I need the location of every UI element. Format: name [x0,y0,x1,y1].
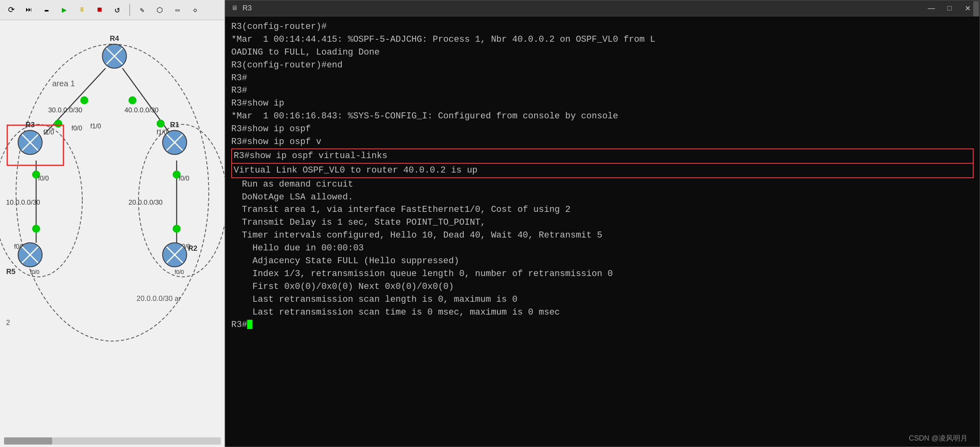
svg-text:R5: R5 [6,268,15,276]
terminal-line-15: Timer intervals configured, Hello 10, De… [231,229,974,242]
terminal-line-1: R3(config-router)# [231,20,974,33]
terminal-line-20: Last retransmission scan length is 0, ma… [231,293,974,306]
f10-r4-label: f1/0 [90,123,101,130]
f00-r4-label: f0/0 [71,125,82,132]
toolbar-divider-1 [129,4,130,16]
svg-point-9 [54,120,62,128]
svg-rect-40 [4,437,52,445]
terminal-body[interactable]: R3(config-router)# *Mar 1 00:14:44.415: … [225,16,980,447]
terminal-icon: 🖥 [231,4,239,12]
net-30-label: 30.0.0.0/30 [48,106,82,114]
toolbar-icon-terminal[interactable]: ▬ [39,3,54,17]
cursor-block: █ [247,320,253,330]
close-button[interactable]: ✕ [962,4,974,13]
terminal-line-6: R3# [231,84,974,97]
svg-text:R4: R4 [110,35,119,43]
terminal-line-3: OADING to FULL, Loading Done [231,46,974,59]
terminal-line-4: R3(config-router)#end [231,59,974,72]
svg-text:R1: R1 [170,121,179,129]
left-panel: ⟳ ⏭ ▬ ▶ ⏸ ⏹ ↺ ✎ ⬡ ▭ ◇ area 1 [0,0,225,447]
f00-r1-label: f0/0 [179,175,189,182]
terminal-line-14: Transmit Delay is 1 sec, State POINT_TO_… [231,216,974,229]
terminal-titlebar: 🖥 R3 — □ ✕ [225,0,980,16]
terminal-line-17: Adjacency State FULL (Hello suppressed) [231,255,974,268]
terminal-line-5: R3# [231,72,974,85]
toolbar-icon-stop[interactable]: ⏹ [92,3,107,17]
svg-text:R3: R3 [25,121,35,129]
svg-text:f0/0: f0/0 [30,269,40,275]
f10-r3-label: f1/0 [43,129,54,136]
watermark: CSDN @凌风明月 [909,433,968,443]
terminal-title: R3 [242,4,925,12]
toolbar-icon-diamond[interactable]: ◇ [188,3,202,17]
toolbar-icon-rotate[interactable]: ⟳ [4,3,18,17]
terminal-line-21: Last retransmission scan time is 0 msec,… [231,306,974,319]
toolbar-icon-rect[interactable]: ▭ [170,3,185,17]
svg-rect-0 [0,20,225,447]
f00-r3-label: f0/0 [38,175,49,182]
terminal-line-8: *Mar 1 00:16:16.843: %SYS-5-CONFIG_I: Co… [231,110,974,123]
window-controls: — □ ✕ [925,4,974,13]
svg-point-13 [32,225,40,233]
terminal-line-9: R3#show ip ospf [231,123,974,136]
minimize-button[interactable]: — [925,4,937,12]
terminal-line-11: Run as demand circuit [231,178,974,191]
terminal-window: 🖥 R3 — □ ✕ R3(config-router)# *Mar 1 00:… [225,0,980,447]
svg-point-8 [80,96,88,104]
net-20-label: 20.0.0.0/30 [128,199,163,206]
terminal-line-7: R3#show ip [231,97,974,110]
topology-canvas: area 1 30.0.0.0/30 [0,20,225,447]
terminal-line-10: R3#show ip ospf v [231,136,974,148]
svg-text:R2: R2 [188,244,197,252]
net-40-label: 40.0.0.0/30 [124,106,159,114]
svg-point-15 [173,225,181,233]
svg-point-11 [157,120,165,128]
terminal-line-13: Transit area 1, via interface FastEthern… [231,203,974,216]
toolbar-icon-hex[interactable]: ⬡ [153,3,167,17]
svg-text:f0/0: f0/0 [175,269,184,275]
svg-point-10 [128,96,137,104]
toolbar: ⟳ ⏭ ▬ ▶ ⏸ ⏹ ↺ ✎ ⬡ ▭ ◇ [0,0,225,20]
terminal-line-2: *Mar 1 00:14:44.415: %OSPF-5-ADJCHG: Pro… [231,33,974,46]
area2-label: 2 [6,319,10,327]
terminal-line-cmd-highlight: R3#show ip ospf virtual-links [231,148,974,164]
toolbar-icon-play[interactable]: ▶ [57,3,71,17]
terminal-line-16: Hello due in 00:00:03 [231,242,974,255]
maximize-button[interactable]: □ [943,4,956,12]
toolbar-icon-edit[interactable]: ✎ [135,3,149,17]
toolbar-icon-skip[interactable]: ⏭ [22,3,36,17]
area1-label: area 1 [52,79,75,88]
terminal-line-12: DoNotAge LSA allowed. [231,191,974,204]
toolbar-icon-pause[interactable]: ⏸ [75,3,89,17]
net-10-label: 10.0.0.0/30 [6,199,40,206]
topology-svg: area 1 30.0.0.0/30 [0,20,225,447]
area20-label: 20.0.0.0/30 ar [137,295,181,303]
terminal-line-19: First 0x0(0)/0x0(0) Next 0x0(0)/0x0(0) [231,280,974,293]
terminal-line-cursor: R3#█ [231,319,974,331]
terminal-line-18: Index 1/3, retransmission queue length 0… [231,268,974,280]
terminal-line-result-highlight: Virtual Link OSPF_VL0 to router 40.0.0.2… [231,164,974,178]
toolbar-icon-refresh[interactable]: ↺ [110,3,124,17]
